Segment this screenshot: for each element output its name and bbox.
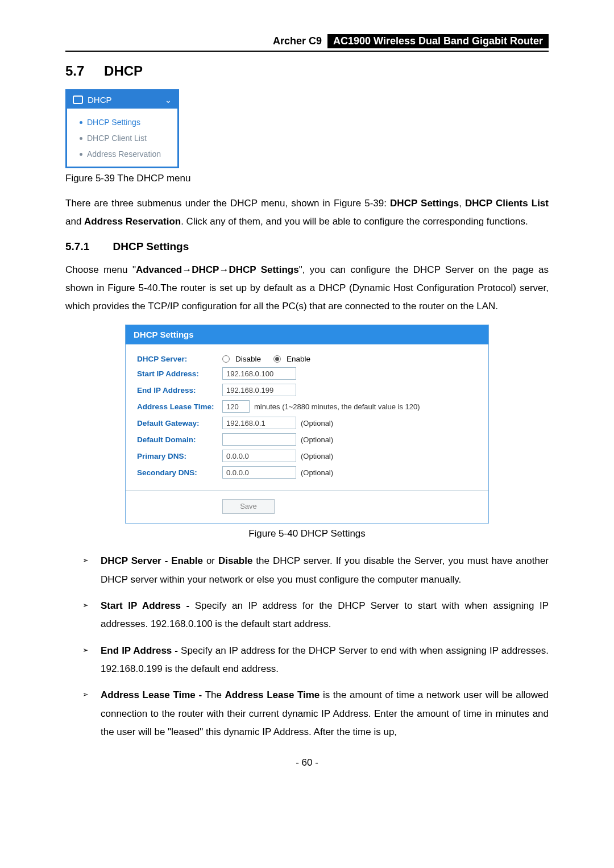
- hint-optional: (Optional): [301, 419, 333, 427]
- bullet-dhcp-server: DHCP Server - Enable or Disable the DHCP…: [82, 552, 549, 589]
- row-start-ip: Start IP Address:: [137, 367, 477, 380]
- dhcp-icon: [73, 95, 83, 104]
- input-start-ip[interactable]: [222, 367, 296, 380]
- section-title: DHCP: [104, 63, 143, 78]
- chevron-down-icon: ⌄: [165, 95, 172, 105]
- row-default-domain: Default Domain: (Optional): [137, 433, 477, 446]
- radio-disable-label: Disable: [235, 355, 261, 363]
- panel-footer: Save: [126, 491, 488, 523]
- input-lease-time[interactable]: [222, 400, 250, 413]
- label-secondary-dns: Secondary DNS:: [137, 468, 222, 477]
- dhcp-menu-body: DHCP Settings DHCP Client List Address R…: [67, 109, 177, 167]
- bullet-icon: [80, 137, 82, 140]
- label-domain: Default Domain:: [137, 435, 222, 444]
- subsection-title: DHCP Settings: [113, 240, 189, 252]
- dhcp-menu-header[interactable]: DHCP ⌄: [67, 91, 177, 109]
- save-button[interactable]: Save: [222, 499, 275, 514]
- input-domain[interactable]: [222, 433, 296, 446]
- panel-body: DHCP Server: Disable Enable Start IP Add…: [126, 344, 488, 491]
- product-label: AC1900 Wireless Dual Band Gigabit Router: [327, 34, 549, 48]
- label-gateway: Default Gateway:: [137, 419, 222, 427]
- dhcp-menu-title: DHCP: [88, 95, 112, 105]
- label-dhcp-server: DHCP Server:: [137, 355, 222, 363]
- row-primary-dns: Primary DNS: (Optional): [137, 450, 477, 462]
- page: Archer C9 AC1900 Wireless Dual Band Giga…: [0, 0, 614, 868]
- input-primary-dns[interactable]: [222, 450, 296, 462]
- menu-item-dhcp-settings[interactable]: DHCP Settings: [74, 114, 171, 130]
- bullet-list: DHCP Server - Enable or Disable the DHCP…: [82, 552, 549, 741]
- bullet-start-ip: Start IP Address - Specify an IP address…: [82, 597, 549, 634]
- figure-caption-39: Figure 5-39 The DHCP menu: [65, 173, 549, 184]
- figure-caption-40: Figure 5-40 DHCP Settings: [65, 528, 549, 539]
- menu-item-label: DHCP Settings: [87, 118, 140, 127]
- dhcp-menu: DHCP ⌄ DHCP Settings DHCP Client List Ad…: [65, 89, 179, 168]
- menu-item-label: Address Reservation: [87, 149, 161, 159]
- row-default-gateway: Default Gateway: (Optional): [137, 417, 477, 429]
- label-end-ip: End IP Address:: [137, 386, 222, 394]
- radio-disable[interactable]: [222, 355, 230, 363]
- model-label: Archer C9: [273, 35, 322, 47]
- panel-title: DHCP Settings: [126, 325, 488, 344]
- paragraph-intro: There are three submenus under the DHCP …: [65, 194, 549, 231]
- row-lease-time: Address Lease Time: minutes (1~2880 minu…: [137, 400, 477, 413]
- paragraph-menu-path: Choose menu "Advanced→DHCP→DHCP Settings…: [65, 261, 549, 316]
- page-header: Archer C9 AC1900 Wireless Dual Band Giga…: [65, 34, 549, 52]
- input-gateway[interactable]: [222, 417, 296, 429]
- row-dhcp-server: DHCP Server: Disable Enable: [137, 355, 477, 363]
- row-secondary-dns: Secondary DNS: (Optional): [137, 466, 477, 479]
- page-number: - 60 -: [65, 757, 549, 769]
- hint-optional: (Optional): [301, 435, 333, 444]
- section-heading: 5.7 DHCP: [65, 63, 549, 79]
- input-end-ip[interactable]: [222, 384, 296, 396]
- input-secondary-dns[interactable]: [222, 466, 296, 479]
- bullet-icon: [80, 153, 82, 156]
- hint-optional: (Optional): [301, 468, 333, 477]
- row-end-ip: End IP Address:: [137, 384, 477, 396]
- label-start-ip: Start IP Address:: [137, 369, 222, 378]
- radio-enable-label: Enable: [287, 355, 310, 363]
- bullet-end-ip: End IP Address - Specify an IP address f…: [82, 642, 549, 679]
- section-number: 5.7: [65, 63, 84, 78]
- hint-optional: (Optional): [301, 452, 333, 460]
- menu-item-dhcp-client-list[interactable]: DHCP Client List: [74, 130, 171, 146]
- subsection-heading: 5.7.1 DHCP Settings: [65, 240, 549, 253]
- menu-item-address-reservation[interactable]: Address Reservation: [74, 146, 171, 162]
- label-primary-dns: Primary DNS:: [137, 452, 222, 460]
- hint-lease: minutes (1~2880 minutes, the default val…: [254, 402, 420, 411]
- subsection-number: 5.7.1: [65, 240, 89, 252]
- label-lease-time: Address Lease Time:: [137, 402, 222, 411]
- radio-enable[interactable]: [273, 355, 281, 363]
- bullet-lease-time: Address Lease Time - The Address Lease T…: [82, 686, 549, 741]
- bullet-icon: [80, 121, 82, 124]
- dhcp-settings-panel: DHCP Settings DHCP Server: Disable Enabl…: [125, 325, 489, 524]
- menu-item-label: DHCP Client List: [87, 134, 147, 143]
